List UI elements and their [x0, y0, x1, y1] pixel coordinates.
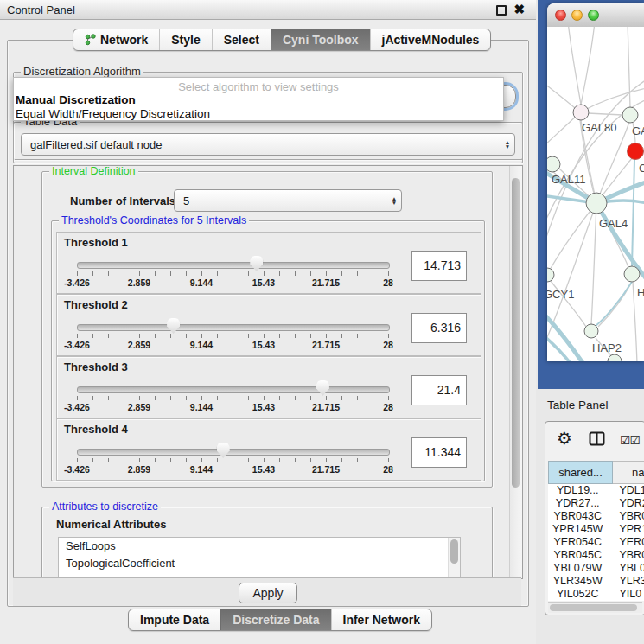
- spinner-arrows-icon[interactable]: ▲▼: [501, 140, 514, 150]
- zoom-traffic-light-icon[interactable]: [588, 10, 599, 21]
- network-node-red[interactable]: [628, 143, 644, 160]
- table-cell-shared-name[interactable]: YDR27...: [548, 497, 607, 510]
- network-node-green[interactable]: [624, 266, 640, 282]
- tab-select[interactable]: Select: [212, 29, 271, 50]
- table-hscrollbar-thumb[interactable]: [550, 604, 637, 611]
- slider-track[interactable]: [77, 449, 390, 456]
- table-cell-shared-name[interactable]: YBR045C: [548, 549, 607, 562]
- network-edge[interactable]: [550, 203, 596, 270]
- dropdown-item[interactable]: Equal Width/Frequency Discretization: [14, 107, 503, 121]
- network-edge-highlighted[interactable]: [547, 310, 587, 361]
- table-cell-shared-name[interactable]: YDL19...: [548, 484, 607, 497]
- table-cell-name[interactable]: YBL0: [607, 562, 644, 575]
- table-cell-name[interactable]: YIL0: [607, 588, 644, 601]
- minimize-traffic-light-icon[interactable]: [571, 10, 583, 21]
- table-cell-name[interactable]: YDR2: [607, 497, 644, 510]
- table-cell-name[interactable]: YER0: [607, 536, 644, 549]
- network-edge[interactable]: [628, 27, 630, 107]
- slider-track[interactable]: [77, 386, 390, 393]
- table-row[interactable]: YBL079WYBL0: [548, 562, 644, 575]
- network-node-green[interactable]: [584, 324, 598, 338]
- table-cell-shared-name[interactable]: YPR145W: [548, 523, 607, 536]
- table-cell-shared-name[interactable]: YER054C: [548, 536, 607, 549]
- number-of-intervals-combobox[interactable]: 5 ▲▼: [174, 189, 402, 212]
- table-cell-shared-name[interactable]: YBL079W: [548, 562, 607, 575]
- slider-thumb[interactable]: [167, 318, 180, 334]
- numerical-attributes-list[interactable]: SelfLoopsTopologicalCoefficientBetweenne…: [58, 537, 461, 579]
- checkbox-icons[interactable]: ☑☑: [620, 433, 640, 447]
- threshold-label: Threshold 3: [64, 360, 128, 373]
- tick-label: 21.715: [302, 277, 350, 288]
- slider-thumb[interactable]: [316, 380, 329, 396]
- tab-network[interactable]: Network: [73, 29, 159, 50]
- panel-scrollbar-thumb[interactable]: [512, 178, 520, 488]
- slider-track[interactable]: [77, 262, 390, 269]
- tab-cyni-toolbox[interactable]: Cyni Toolbox: [271, 29, 370, 50]
- threshold-value-field[interactable]: 11.344: [411, 437, 467, 468]
- network-node-green[interactable]: [586, 193, 607, 214]
- network-window-titlebar[interactable]: [547, 3, 644, 28]
- table-cell-shared-name[interactable]: YBR043C: [548, 510, 607, 523]
- spinner-arrows-icon[interactable]: ▲▼: [387, 196, 401, 206]
- list-scrollbar[interactable]: [448, 538, 460, 579]
- number-of-intervals-value: 5: [175, 194, 387, 207]
- close-traffic-light-icon[interactable]: [555, 10, 566, 21]
- table-cell-name[interactable]: YBR0: [607, 510, 644, 523]
- network-node-green[interactable]: [547, 156, 560, 172]
- threshold-value-field[interactable]: 6.316: [411, 313, 467, 343]
- list-item[interactable]: TopologicalCoefficient: [59, 555, 460, 572]
- network-edge[interactable]: [568, 27, 581, 105]
- table-cell-name[interactable]: YBR0: [607, 549, 644, 562]
- network-edge[interactable]: [588, 113, 622, 115]
- table-cell-shared-name[interactable]: YIL052C: [548, 588, 607, 601]
- table-row[interactable]: YBR045CYBR0: [548, 549, 644, 562]
- float-window-icon[interactable]: [496, 5, 507, 16]
- table-row[interactable]: YDR27...YDR2: [548, 497, 644, 510]
- tab-discretize-data[interactable]: Discretize Data: [220, 609, 330, 630]
- threshold-value-field[interactable]: 14.713: [411, 251, 467, 281]
- network-edge[interactable]: [591, 203, 596, 324]
- panel-scrollbar[interactable]: [509, 166, 522, 578]
- table-hscrollbar[interactable]: [548, 602, 642, 613]
- table-row[interactable]: YBR043CYBR0: [548, 510, 644, 523]
- column-header-shared-name[interactable]: shared...: [548, 461, 613, 484]
- network-window-frame: GAL80GACGAL11GAL4GCY1HHAP2: [538, 0, 644, 389]
- table-cell-name[interactable]: YLR3: [607, 575, 644, 588]
- slider-track[interactable]: [77, 324, 390, 331]
- tab-style[interactable]: Style: [159, 29, 211, 50]
- tab-impute-data[interactable]: Impute Data: [129, 609, 220, 630]
- dropdown-item[interactable]: Manual Discretization: [14, 93, 503, 107]
- tab-label: Select: [224, 30, 259, 50]
- tab-infer-network[interactable]: Infer Network: [331, 609, 431, 630]
- table-cell-name[interactable]: YDL1: [607, 484, 644, 497]
- table-row[interactable]: YLR345WYLR3: [548, 575, 644, 588]
- gear-icon[interactable]: ⚙: [557, 429, 572, 448]
- apply-button[interactable]: Apply: [239, 583, 297, 603]
- table-cell-shared-name[interactable]: YLR345W: [548, 575, 607, 588]
- column-header-name[interactable]: na: [613, 461, 644, 484]
- network-edge[interactable]: [581, 27, 595, 105]
- table-row[interactable]: YER054CYER0: [548, 536, 644, 549]
- columns-icon[interactable]: [589, 431, 605, 450]
- network-canvas[interactable]: GAL80GACGAL11GAL4GCY1HHAP2: [547, 27, 644, 361]
- network-edge-highlighted[interactable]: [632, 160, 634, 266]
- table-row[interactable]: YIL052CYIL0: [548, 588, 644, 601]
- table-cell-name[interactable]: YPR1: [607, 523, 644, 536]
- slider-thumb[interactable]: [217, 443, 230, 458]
- network-node-pink[interactable]: [573, 105, 589, 120]
- table-row[interactable]: YPR145WYPR1: [548, 523, 644, 536]
- network-edge-highlighted[interactable]: [596, 282, 632, 326]
- network-node-green[interactable]: [547, 268, 554, 282]
- list-item[interactable]: SelfLoops: [59, 538, 460, 555]
- slider-ticks: [77, 396, 389, 400]
- network-node-green[interactable]: [608, 354, 622, 361]
- table-data-combobox[interactable]: galFiltered.sif default node ▲▼: [21, 133, 515, 156]
- network-node-green[interactable]: [622, 107, 638, 123]
- tick-label: 28: [364, 340, 412, 350]
- close-icon[interactable]: ✖: [513, 2, 525, 17]
- slider-thumb[interactable]: [250, 256, 263, 271]
- list-scrollbar-thumb[interactable]: [450, 539, 458, 564]
- tab-jactivemnodules[interactable]: jActiveMNodules: [370, 29, 491, 50]
- table-row[interactable]: YDL19...YDL1: [548, 484, 644, 497]
- threshold-value-field[interactable]: 21.4: [411, 375, 467, 405]
